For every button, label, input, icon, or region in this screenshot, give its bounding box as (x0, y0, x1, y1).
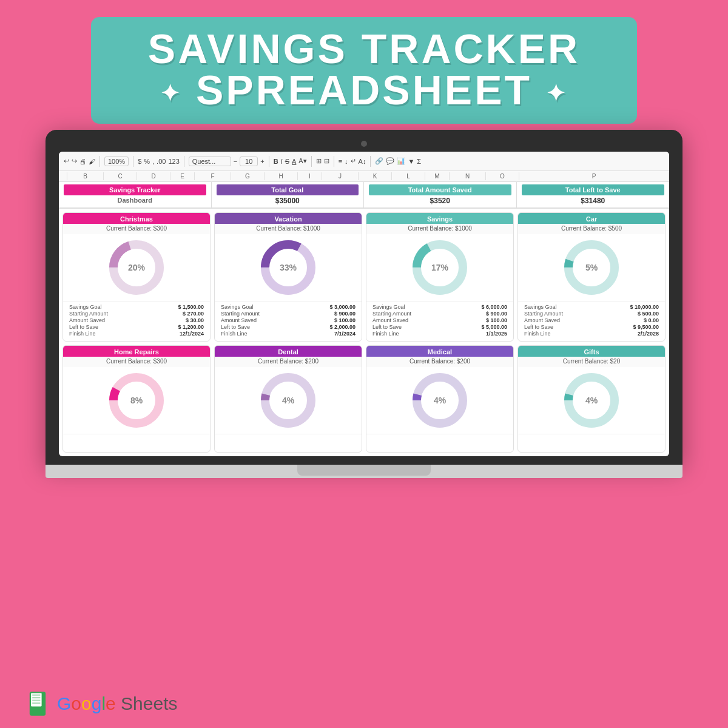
font-selector[interactable]: Quest... (189, 157, 231, 166)
zoom-control[interactable]: 100% (104, 157, 129, 166)
laptop-stand (297, 465, 431, 476)
align-down-btn[interactable]: ↓ (345, 158, 348, 165)
italic-btn[interactable]: I (281, 158, 283, 165)
card-header-christmas: Christmas (63, 213, 210, 224)
cards-grid-row1: Christmas Current Balance: $300 20% Savi… (59, 209, 669, 343)
decimal-btn[interactable]: .00 (157, 158, 166, 165)
header-background: SAVINGS TRACKER ✦ SPREADSHEET ✦ (91, 17, 637, 124)
card-balance-vacation: Current Balance: $1000 (215, 224, 362, 234)
filter-btn[interactable]: ▼ (408, 158, 414, 165)
total-goal-header: Total Goal (217, 184, 359, 195)
card-balance-dental: Current Balance: $200 (215, 357, 362, 367)
card-stats-dental (215, 434, 362, 452)
total-left-header: Total Left to Save (522, 184, 665, 195)
col-b[interactable]: B (67, 172, 104, 180)
card-header-home-repairs: Home Repairs (63, 346, 210, 357)
redo-icon[interactable]: ↪ (72, 157, 77, 165)
card-header-dental: Dental (215, 346, 362, 357)
font-minus[interactable]: − (234, 158, 237, 165)
card-christmas: Christmas Current Balance: $300 20% Savi… (62, 212, 211, 342)
header-area: SAVINGS TRACKER ✦ SPREADSHEET ✦ (0, 0, 728, 130)
card-chart-dental: 4% (215, 367, 362, 434)
laptop-screen: ↩ ↪ 🖨 🖌 100% $ % , .00 123 Quest... − 10… (59, 152, 669, 456)
underline-btn[interactable]: A (292, 158, 296, 165)
svg-rect-28 (32, 699, 40, 701)
col-i[interactable]: I (298, 172, 322, 180)
format123-btn[interactable]: 123 (168, 158, 179, 165)
total-goal-cell: Total Goal $35000 (212, 182, 365, 207)
card-gifts: Gifts Current Balance: $20 4% (517, 345, 666, 453)
function-btn[interactable]: Σ (417, 158, 421, 165)
font-plus[interactable]: + (260, 158, 264, 165)
align-left-btn[interactable]: ≡ (339, 158, 342, 165)
card-balance-home-repairs: Current Balance: $300 (63, 357, 210, 367)
print-icon[interactable]: 🖨 (79, 158, 86, 165)
text-color-btn[interactable]: A▾ (298, 157, 306, 165)
svg-text:4%: 4% (434, 396, 447, 405)
laptop-body: ↩ ↪ 🖨 🖌 100% $ % , .00 123 Quest... − 10… (46, 130, 682, 465)
text-dir-btn[interactable]: A↕ (359, 158, 366, 165)
divider5 (311, 156, 312, 167)
card-stats-home-repairs (63, 434, 210, 452)
google-sheets-label: Google Sheets (57, 693, 178, 714)
card-header-vacation: Vacation (215, 213, 362, 224)
google-sheets-icon (24, 690, 51, 717)
card-stats-christmas: Savings Goal$ 1,500.00Starting Amount$ 2… (63, 301, 210, 341)
col-d[interactable]: D (137, 172, 170, 180)
comment-btn[interactable]: 💬 (386, 157, 394, 165)
card-stats-car: Savings Goal$ 10,000.00Starting Amount$ … (518, 301, 665, 341)
laptop-camera (361, 141, 367, 147)
col-c[interactable]: C (104, 172, 137, 180)
footer-area: Google Sheets (24, 690, 178, 717)
card-balance-savings: Current Balance: $1000 (366, 224, 513, 234)
svg-rect-26 (32, 695, 40, 696)
card-chart-gifts: 4% (518, 367, 665, 434)
cards-grid-row2: Home Repairs Current Balance: $300 8% De… (59, 343, 669, 456)
total-goal-value: $35000 (217, 197, 359, 205)
col-k[interactable]: K (359, 172, 392, 180)
card-chart-christmas: 20% (63, 234, 210, 301)
borders-btn[interactable]: ⊞ (316, 157, 322, 165)
svg-text:33%: 33% (280, 263, 297, 272)
card-stats-savings: Savings Goal$ 6,000.00Starting Amount$ 9… (366, 301, 513, 341)
dashboard-value: Dashboard (64, 197, 206, 204)
divider3 (184, 156, 184, 167)
savings-tracker-header: Savings Tracker (64, 184, 206, 195)
divider7 (370, 156, 371, 167)
paint-icon[interactable]: 🖌 (89, 158, 95, 165)
strikethrough-btn[interactable]: S (285, 158, 289, 165)
card-header-car: Car (518, 213, 665, 224)
col-p[interactable]: P (519, 172, 669, 180)
laptop-wrapper: ↩ ↪ 🖨 🖌 100% $ % , .00 123 Quest... − 10… (46, 130, 682, 478)
percent-btn[interactable]: % (144, 158, 150, 165)
total-saved-value: $3520 (369, 197, 511, 205)
svg-text:4%: 4% (282, 396, 295, 405)
merge-btn[interactable]: ⊟ (324, 157, 329, 165)
card-stats-medical (366, 434, 513, 452)
font-size-input[interactable]: 10 (240, 157, 258, 166)
card-savings: Savings Current Balance: $1000 17% Savin… (366, 212, 514, 342)
comma-btn[interactable]: , (152, 158, 154, 165)
wrap-btn[interactable]: ↵ (351, 157, 356, 165)
col-h[interactable]: H (265, 172, 298, 180)
col-f[interactable]: F (195, 172, 231, 180)
total-left-cell: Total Left to Save $31480 (517, 182, 670, 207)
link-btn[interactable]: 🔗 (375, 157, 383, 165)
divider2 (133, 156, 133, 167)
col-e[interactable]: E (170, 172, 195, 180)
col-o[interactable]: O (486, 172, 519, 180)
col-n[interactable]: N (450, 172, 486, 180)
col-g[interactable]: G (231, 172, 265, 180)
undo-icon[interactable]: ↩ (64, 157, 69, 165)
dollar-btn[interactable]: $ (138, 158, 141, 165)
bold-btn[interactable]: B (274, 158, 278, 165)
divider1 (99, 156, 100, 167)
col-m[interactable]: M (425, 172, 450, 180)
laptop-base (46, 465, 682, 478)
col-j[interactable]: J (322, 172, 359, 180)
card-chart-car: 5% (518, 234, 665, 301)
spreadsheet-toolbar: ↩ ↪ 🖨 🖌 100% $ % , .00 123 Quest... − 10… (59, 152, 669, 171)
chart-btn[interactable]: 📊 (397, 157, 405, 165)
col-l[interactable]: L (392, 172, 425, 180)
total-saved-cell: Total Amount Saved $3520 (364, 182, 517, 207)
